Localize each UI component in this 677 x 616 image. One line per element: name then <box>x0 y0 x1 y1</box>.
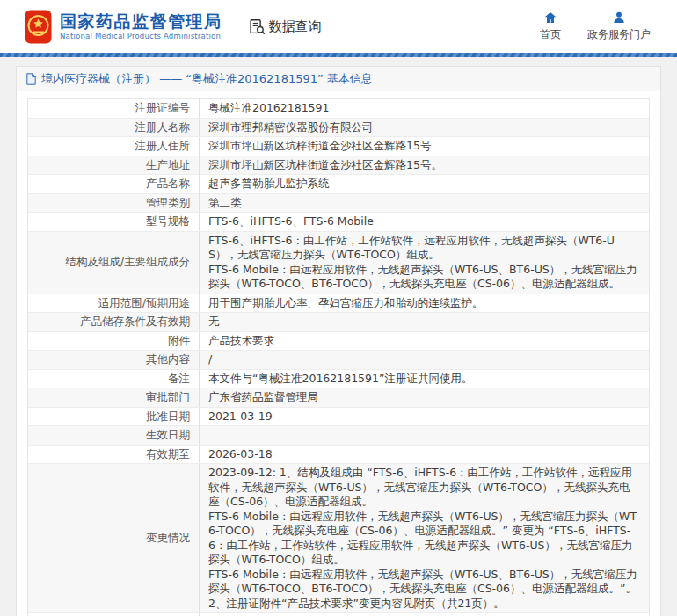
nav-item-home[interactable]: 首页 <box>540 11 561 42</box>
row-label: 变更情况 <box>28 464 200 612</box>
row-value <box>200 426 649 445</box>
row-value: 产品技术要求 <box>200 332 649 351</box>
row-value: 本文件与“粤械注准20162181591”注册证共同使用。 <box>200 370 649 388</box>
row-label: 备注 <box>28 370 200 388</box>
data-query-link[interactable]: 数据查询 <box>249 18 322 35</box>
agency-name-cn: 国家药品监督管理局 <box>60 12 222 31</box>
table-row-attachment: 附件 产品技术要求 <box>28 332 649 351</box>
table-row-storage: 产品储存条件及有效期 无 <box>28 313 649 332</box>
breadcrumb-text: 境内医疗器械（注册） —— “粤械注准20162181591” 基本信息 <box>41 71 373 87</box>
row-label: 注册证编号 <box>28 99 200 118</box>
row-value: FTS-6、iHFTS-6：由工作站，工作站软件，远程应用软件，无线超声探头（W… <box>200 232 649 294</box>
table-row-expiry-date: 有效期至 2026-03-18 <box>28 446 649 465</box>
table-row-composition: 结构及组成/主要组成成分 FTS-6、iHFTS-6：由工作站，工作站软件，远程… <box>28 232 649 294</box>
row-label: 产品名称 <box>28 175 200 193</box>
row-label: 结构及组成/主要组成成分 <box>28 232 200 294</box>
row-label: 产品储存条件及有效期 <box>28 313 200 331</box>
table-row-cert-number: 注册证编号 粤械注准20162181591 <box>28 99 649 119</box>
row-value: 用于围产期胎儿心率、孕妇宫缩压力和胎动的连续监护。 <box>200 294 649 313</box>
agency-name-en: National Medical Products Administration <box>60 33 222 40</box>
agency-name: 国家药品监督管理局 National Medical Products Admi… <box>60 12 222 40</box>
row-value: 广东省药品监督管理局 <box>200 388 649 407</box>
breadcrumb: 境内医疗器械（注册） —— “粤械注准20162181591” 基本信息 <box>17 67 660 91</box>
table-row-product-name: 产品名称 超声多普勒胎儿监护系统 <box>28 175 649 194</box>
row-label: 生效日期 <box>28 426 200 445</box>
table-row-approval-date: 批准日期 2021-03-19 <box>28 408 649 427</box>
row-value: 深圳市理邦精密仪器股份有限公司 <box>200 119 649 137</box>
top-nav: 首页 政务服务门户 <box>540 11 651 42</box>
row-value: 深圳市坪山新区坑梓街道金沙社区金辉路15号 <box>200 137 649 156</box>
home-icon <box>543 11 557 25</box>
table-row-management-class: 管理类别 第二类 <box>28 194 649 214</box>
table-row-model-spec: 型号规格 FTS-6、iHFTS-6、FTS-6 Mobile <box>28 213 649 232</box>
data-query-label: 数据查询 <box>269 18 322 35</box>
table-row-production-address: 生产地址 深圳市坪山新区坑梓街道金沙社区金辉路15号。 <box>28 156 649 176</box>
agency-logo[interactable]: 国家药品监督管理局 National Medical Products Admi… <box>25 10 222 44</box>
row-value: 第二类 <box>200 194 649 213</box>
row-label: 管理类别 <box>28 194 200 213</box>
row-value: 2026-03-18 <box>200 446 649 464</box>
row-value: FTS-6、iHFTS-6、FTS-6 Mobile <box>200 213 649 231</box>
row-label: 审批部门 <box>28 388 200 407</box>
row-label: 有效期至 <box>28 446 200 464</box>
document-search-icon <box>249 18 266 35</box>
table-row-remarks: 备注 本文件与“粤械注准20162181591”注册证共同使用。 <box>28 370 649 389</box>
row-value: 2021-03-19 <box>200 408 649 426</box>
row-value: 无 <box>200 313 649 331</box>
nav-portal-label: 政务服务门户 <box>587 27 651 42</box>
row-label: 适用范围/预期用途 <box>28 294 200 313</box>
row-label: 其他内容 <box>28 351 200 369</box>
row-label: 生产地址 <box>28 156 200 175</box>
table-row-change-history: 变更情况 2023-09-12: 1、结构及组成由 “FTS-6、iHFTS-6… <box>28 464 649 613</box>
table-row-effective-date: 生效日期 <box>28 426 649 446</box>
registration-info-table: 注册证编号 粤械注准20162181591 注册人名称 深圳市理邦精密仪器股份有… <box>27 98 650 616</box>
header-separator-bar <box>0 53 677 57</box>
nav-item-portal[interactable]: 政务服务门户 <box>587 11 651 42</box>
site-header: 国家药品监督管理局 National Medical Products Admi… <box>0 0 677 53</box>
table-row-approval-dept: 审批部门 广东省药品监督管理局 <box>28 388 649 408</box>
content-panel: 境内医疗器械（注册） —— “粤械注准20162181591” 基本信息 注册证… <box>16 66 661 616</box>
table-row-registrant-address: 注册人住所 深圳市坪山新区坑梓街道金沙社区金辉路15号 <box>28 137 649 156</box>
row-label: 注册人住所 <box>28 137 200 156</box>
row-label: 注册人名称 <box>28 119 200 137</box>
row-value: 粤械注准20162181591 <box>200 99 649 118</box>
row-value: 超声多普勒胎儿监护系统 <box>200 175 649 193</box>
document-icon <box>26 73 36 85</box>
nav-home-label: 首页 <box>540 27 561 42</box>
table-row-intended-use: 适用范围/预期用途 用于围产期胎儿心率、孕妇宫缩压力和胎动的连续监护。 <box>28 294 649 314</box>
row-label: 附件 <box>28 332 200 351</box>
national-emblem-icon <box>25 10 52 44</box>
table-row-registrant-name: 注册人名称 深圳市理邦精密仪器股份有限公司 <box>28 119 649 138</box>
row-value: 深圳市坪山新区坑梓街道金沙社区金辉路15号。 <box>200 156 649 175</box>
row-label: 型号规格 <box>28 213 200 231</box>
row-label: 批准日期 <box>28 408 200 426</box>
user-icon <box>612 11 626 25</box>
row-value: / <box>200 351 649 369</box>
row-value: 2023-09-12: 1、结构及组成由 “FTS-6、iHFTS-6：由工作站… <box>200 464 649 612</box>
table-row-other-content: 其他内容 / <box>28 351 649 370</box>
